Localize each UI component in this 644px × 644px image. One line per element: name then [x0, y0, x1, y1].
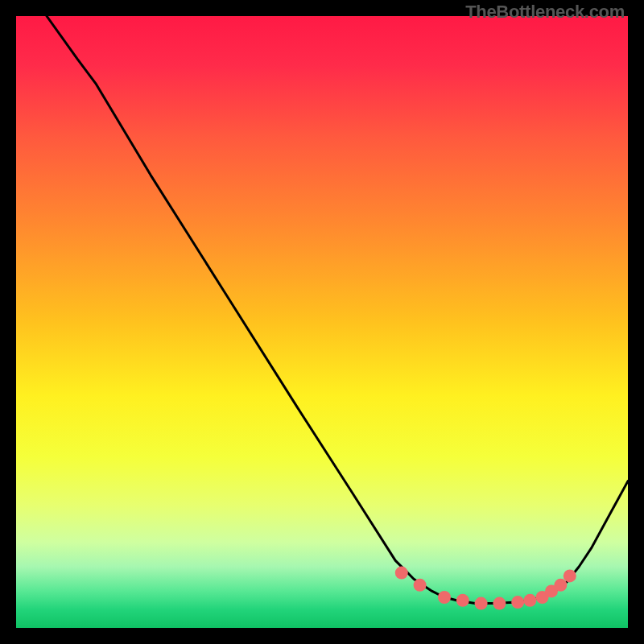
marker-dot — [493, 597, 506, 610]
marker-dot — [438, 591, 451, 604]
chart-svg — [16, 16, 628, 628]
marker-dot — [456, 594, 469, 607]
marker-dot — [564, 569, 576, 582]
plot-area — [16, 16, 628, 628]
marker-dot — [414, 579, 427, 592]
watermark-text: TheBottleneck.com — [465, 2, 625, 23]
frame: TheBottleneck.com — [0, 0, 644, 644]
gradient-background — [16, 16, 628, 628]
marker-dot — [395, 567, 408, 580]
marker-dot — [523, 594, 536, 607]
marker-dot — [475, 597, 488, 610]
marker-dot — [511, 596, 524, 609]
marker-dot — [554, 579, 567, 592]
